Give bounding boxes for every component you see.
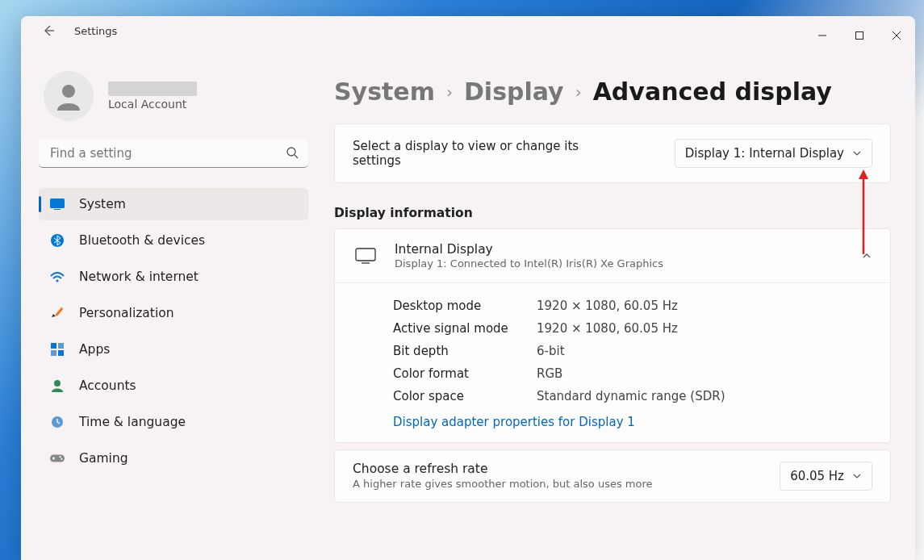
gaming-icon (50, 451, 65, 466)
svg-rect-15 (58, 350, 64, 356)
search-input[interactable] (39, 139, 308, 168)
breadcrumb: System › Display › Advanced display (334, 77, 891, 106)
info-row: Active signal mode1920 × 1080, 60.05 Hz (393, 317, 872, 340)
chevron-right-icon: › (446, 82, 453, 102)
monitor-icon (353, 246, 378, 265)
info-label: Desktop mode (393, 299, 537, 313)
user-name-redacted (108, 81, 197, 96)
sidebar-item-gaming[interactable]: Gaming (39, 442, 308, 474)
svg-rect-11 (55, 307, 63, 316)
info-row: Color formatRGB (393, 362, 872, 385)
info-label: Color format (393, 366, 537, 381)
breadcrumb-current: Advanced display (593, 77, 832, 106)
display-info-title: Internal Display (395, 242, 845, 257)
breadcrumb-system[interactable]: System (334, 77, 435, 106)
sidebar-item-bluetooth-devices[interactable]: Bluetooth & devices (39, 224, 308, 257)
display-info-subtitle: Display 1: Connected to Intel(R) Iris(R)… (395, 257, 845, 270)
refresh-rate-value: 60.05 Hz (790, 469, 844, 483)
refresh-rate-desc: A higher rate gives smoother motion, but… (353, 478, 653, 490)
sidebar-item-label: Accounts (79, 378, 136, 393)
refresh-rate-dropdown[interactable]: 60.05 Hz (780, 462, 872, 491)
chevron-right-icon: › (575, 82, 582, 102)
section-display-information: Display information (334, 206, 891, 220)
chevron-down-icon (852, 148, 862, 158)
svg-point-20 (61, 458, 62, 460)
maximize-button[interactable] (841, 23, 878, 48)
display-selector-label: Select a display to view or change its s… (353, 139, 595, 168)
svg-rect-12 (51, 343, 56, 349)
sidebar-item-label: Gaming (79, 451, 128, 466)
refresh-rate-title: Choose a refresh rate (353, 462, 653, 476)
display-selector-dropdown[interactable]: Display 1: Internal Display (675, 139, 872, 168)
display-info-card: Internal Display Display 1: Connected to… (334, 228, 891, 443)
titlebar: Settings (21, 16, 915, 55)
chevron-up-icon (861, 250, 872, 261)
profile-block[interactable]: Local Account (39, 61, 308, 139)
account-type-label: Local Account (108, 98, 197, 111)
main-content: System › Display › Advanced display Sele… (320, 55, 915, 560)
close-button[interactable] (878, 23, 915, 48)
info-row: Bit depth6-bit (393, 340, 872, 362)
info-row: Color spaceStandard dynamic range (SDR) (393, 385, 872, 407)
app-title: Settings (74, 25, 117, 37)
info-value: Standard dynamic range (SDR) (537, 389, 725, 403)
sidebar-item-label: Apps (79, 342, 110, 357)
svg-point-4 (62, 85, 75, 98)
info-value: 1920 × 1080, 60.05 Hz (537, 299, 678, 313)
info-label: Color space (393, 389, 537, 403)
settings-window: Settings Local Account (21, 16, 915, 560)
avatar (44, 71, 94, 121)
svg-rect-13 (58, 343, 64, 349)
search-icon (286, 146, 299, 159)
personalization-icon (50, 306, 65, 320)
info-label: Bit depth (393, 344, 537, 358)
breadcrumb-display[interactable]: Display (464, 77, 564, 106)
network-icon (50, 270, 65, 284)
sidebar-item-system[interactable]: System (39, 188, 308, 220)
minimize-button[interactable] (804, 23, 841, 48)
display-selector-card: Select a display to view or change its s… (334, 123, 891, 183)
svg-point-19 (60, 456, 61, 458)
accounts-icon (50, 378, 65, 393)
search-box[interactable] (39, 139, 308, 168)
sidebar-item-accounts[interactable]: Accounts (39, 370, 308, 402)
sidebar-item-label: System (79, 197, 126, 211)
display-adapter-link[interactable]: Display adapter properties for Display 1 (393, 415, 635, 429)
system-icon (50, 197, 65, 211)
sidebar-item-label: Network & internet (79, 270, 199, 284)
display-info-body: Desktop mode1920 × 1080, 60.05 HzActive … (335, 282, 890, 442)
svg-point-5 (287, 148, 295, 156)
chevron-down-icon (852, 471, 862, 481)
svg-rect-8 (54, 209, 61, 210)
sidebar: Local Account SystemBluetooth & devicesN… (21, 55, 320, 560)
sidebar-item-label: Time & language (79, 415, 186, 429)
svg-rect-14 (51, 350, 56, 356)
sidebar-item-label: Bluetooth & devices (79, 233, 205, 248)
back-button[interactable] (40, 23, 56, 39)
sidebar-nav: SystemBluetooth & devicesNetwork & inter… (39, 184, 308, 560)
bluetooth-icon (50, 233, 65, 248)
svg-point-10 (56, 280, 59, 282)
refresh-rate-card: Choose a refresh rate A higher rate give… (334, 449, 891, 503)
time-icon (50, 415, 65, 429)
info-label: Active signal mode (393, 321, 537, 336)
sidebar-item-apps[interactable]: Apps (39, 333, 308, 366)
display-info-header[interactable]: Internal Display Display 1: Connected to… (335, 229, 890, 282)
sidebar-item-network-internet[interactable]: Network & internet (39, 261, 308, 293)
info-value: 1920 × 1080, 60.05 Hz (537, 321, 678, 336)
svg-rect-21 (356, 249, 375, 261)
sidebar-item-time-language[interactable]: Time & language (39, 406, 308, 438)
svg-rect-1 (856, 32, 863, 40)
apps-icon (50, 342, 65, 357)
svg-line-6 (295, 155, 298, 158)
svg-point-16 (54, 380, 61, 387)
info-row: Desktop mode1920 × 1080, 60.05 Hz (393, 295, 872, 317)
info-value: 6-bit (537, 344, 565, 358)
display-selector-value: Display 1: Internal Display (685, 146, 844, 161)
sidebar-item-label: Personalization (79, 306, 174, 320)
info-value: RGB (537, 366, 562, 381)
sidebar-item-personalization[interactable]: Personalization (39, 297, 308, 329)
svg-rect-7 (50, 199, 65, 208)
svg-rect-18 (50, 455, 65, 462)
